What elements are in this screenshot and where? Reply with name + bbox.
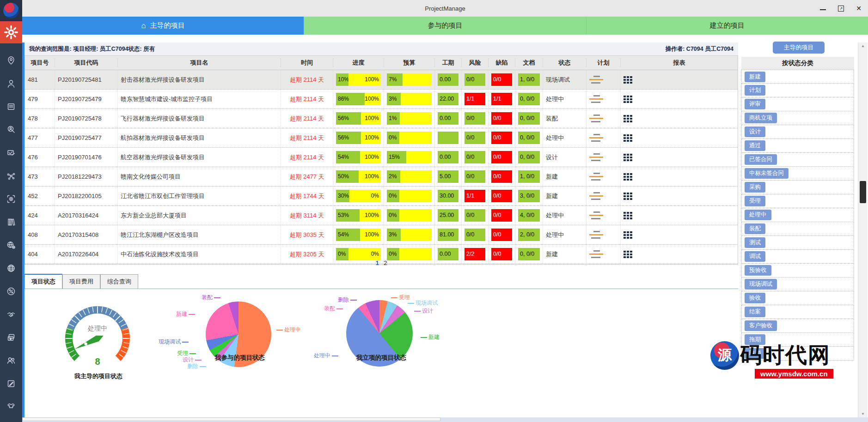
tab-participating-projects[interactable]: 参与的项目 <box>304 17 586 35</box>
status-filter-button[interactable]: 商机立项 <box>745 113 777 123</box>
vertical-scrollbar[interactable]: ▲ ▼ <box>858 42 868 417</box>
progress-bar: 0%0% <box>336 248 381 260</box>
status-filter-button[interactable]: 结案 <box>745 307 765 317</box>
cell-defect: 1/1 <box>489 90 515 109</box>
status-filter-button[interactable]: 取消 <box>745 348 765 359</box>
status-filter-button[interactable]: 采购 <box>745 182 765 193</box>
report-grid-icon[interactable] <box>623 154 632 161</box>
report-grid-icon[interactable] <box>623 96 632 103</box>
cell-progress: 10%100% <box>333 70 384 89</box>
status-filter-button[interactable]: 现场调试 <box>745 279 777 289</box>
tab-created-projects[interactable]: 建立的项目 <box>586 17 868 35</box>
tab-label: 主导的项目 <box>150 21 185 30</box>
table-row[interactable]: 481PJ20190725481射击器材激光焊接设备研发项目超期 2114 天1… <box>25 70 738 90</box>
gear-scan-icon[interactable] <box>6 194 16 204</box>
report-grid-icon[interactable] <box>623 134 632 142</box>
status-filter-button[interactable]: 已签合同 <box>745 154 777 165</box>
plan-gantt-icon[interactable] <box>589 95 603 103</box>
report-grid-icon[interactable] <box>623 115 632 122</box>
progress-done-segment: 86% <box>336 93 365 105</box>
tab-my-leading-projects[interactable]: ⌂ 主导的项目 <box>22 17 304 35</box>
document-icon[interactable] <box>6 102 16 112</box>
plan-gantt-icon[interactable] <box>589 211 603 219</box>
column-header: 状态 <box>543 59 587 67</box>
page-number-2[interactable]: 2 <box>384 259 387 266</box>
handshake-icon[interactable] <box>6 309 16 320</box>
plan-gantt-icon[interactable] <box>589 134 603 142</box>
status-filter-button[interactable]: 处理中 <box>745 210 771 220</box>
scroll-down-icon[interactable]: ▼ <box>858 412 868 416</box>
globe-gear-icon[interactable] <box>6 240 16 250</box>
books-icon[interactable] <box>6 217 16 227</box>
report-grid-icon[interactable] <box>623 212 632 219</box>
globe-icon[interactable] <box>6 263 16 273</box>
vertical-scroll-thumb[interactable] <box>860 181 866 203</box>
users-icon[interactable] <box>6 356 16 366</box>
user-icon[interactable] <box>6 78 16 89</box>
plan-gantt-icon[interactable] <box>589 192 603 200</box>
status-filter-button[interactable]: 中标未签合同 <box>745 168 789 179</box>
cell-risk: 0/0 <box>462 167 489 186</box>
edit-pen-icon[interactable] <box>6 379 16 389</box>
minimize-button[interactable] <box>820 9 826 10</box>
report-grid-icon[interactable] <box>623 231 632 239</box>
horizontal-scroll-thumb[interactable] <box>22 417 440 421</box>
report-grid-icon[interactable] <box>623 251 632 258</box>
report-grid-icon[interactable] <box>623 173 632 181</box>
money-doc-icon[interactable] <box>6 332 16 343</box>
table-row[interactable]: 478PJ20190725478飞行器材激光焊接设备研发项目超期 2114 天5… <box>25 109 738 128</box>
shirt-icon[interactable] <box>6 402 16 412</box>
cell-progress: 53%100% <box>333 206 384 225</box>
table-row[interactable]: 424A20170316424东方新企业总部大厦项目超期 3114 天53%10… <box>25 206 738 225</box>
status-filter-button[interactable]: 装配 <box>745 223 765 234</box>
status-filter-button[interactable]: 计划 <box>745 85 765 96</box>
progress-bar: 86%100% <box>336 93 381 105</box>
scroll-up-icon[interactable]: ▲ <box>858 44 868 48</box>
status-filter-button[interactable]: 受理 <box>745 196 765 206</box>
status-filter-button[interactable]: 预验收 <box>745 265 771 276</box>
table-row[interactable]: 408A20170315408赣江江北东湖棚户区改造项目超期 3035 天54%… <box>25 225 738 245</box>
plan-gantt-icon[interactable] <box>589 115 603 122</box>
status-filter-button[interactable]: 测试 <box>745 237 765 248</box>
status-filter-button[interactable]: 新建 <box>745 72 765 82</box>
report-grid-icon[interactable] <box>623 193 632 200</box>
plan-gantt-icon[interactable] <box>589 173 603 181</box>
plan-gantt-icon[interactable] <box>589 250 603 258</box>
maximize-button[interactable]: ↗ <box>838 6 844 12</box>
status-filter-button[interactable]: 通过 <box>745 140 765 151</box>
plan-gantt-icon[interactable] <box>589 76 603 84</box>
plan-gantt-icon[interactable] <box>589 153 603 161</box>
status-filter-button[interactable]: 客户验收 <box>745 320 777 331</box>
close-button[interactable]: ✕ <box>856 5 862 12</box>
sidebar-item-settings-gear-icon[interactable] <box>0 21 22 43</box>
location-pin-icon[interactable] <box>6 55 16 66</box>
table-row[interactable]: 452PJ20182200105江北省赣江市双创工作管理项目超期 1744 天3… <box>25 187 738 206</box>
status-filter-button[interactable]: 拖期 <box>745 334 765 345</box>
risk-box: 0/0 <box>465 112 485 125</box>
cell-progress: 30%0% <box>333 187 384 205</box>
plan-gantt-icon[interactable] <box>589 231 603 239</box>
status-filter-button[interactable]: 验收 <box>745 293 765 303</box>
horizontal-scrollbar[interactable] <box>22 417 868 422</box>
table-row[interactable]: 473PJ20181229473赣南文化传媒公司项目超期 2477 天50%10… <box>25 167 738 187</box>
cell-risk: 1/1 <box>462 90 489 109</box>
status-filter-button[interactable]: 评审 <box>745 99 765 109</box>
share-network-icon[interactable] <box>6 171 16 181</box>
user-search-icon[interactable] <box>6 125 16 135</box>
tab-project-cost[interactable]: 项目费用 <box>62 274 100 289</box>
page-number-1[interactable]: 1 <box>375 259 379 266</box>
doc-box: 1, 0/0 <box>518 73 540 86</box>
tab-combined-query[interactable]: 综合查询 <box>100 274 138 289</box>
approval-check-icon[interactable] <box>6 148 16 158</box>
leading-projects-button[interactable]: 主导的项目 <box>773 42 825 54</box>
tab-project-status[interactable]: 项目状态 <box>24 274 62 289</box>
table-row[interactable]: 477PJ20190725477航拍器材激光焊接设备研发项目超期 2114 天5… <box>25 128 738 148</box>
status-filter-button[interactable]: 调试 <box>745 251 765 262</box>
table-row[interactable]: 476PJ20190701476航空器材激光焊接设备研发项目超期 2114 天5… <box>25 148 738 167</box>
progress-plan-segment: 0% <box>349 190 381 202</box>
defect-box: 0/0 <box>491 209 512 222</box>
table-row[interactable]: 479PJ20190725479赣东智慧城市建设-城市监控子项目超期 2114 … <box>25 90 738 109</box>
status-filter-button[interactable]: 设计 <box>745 127 765 137</box>
percent-icon[interactable] <box>6 286 16 296</box>
report-grid-icon[interactable] <box>623 76 632 84</box>
